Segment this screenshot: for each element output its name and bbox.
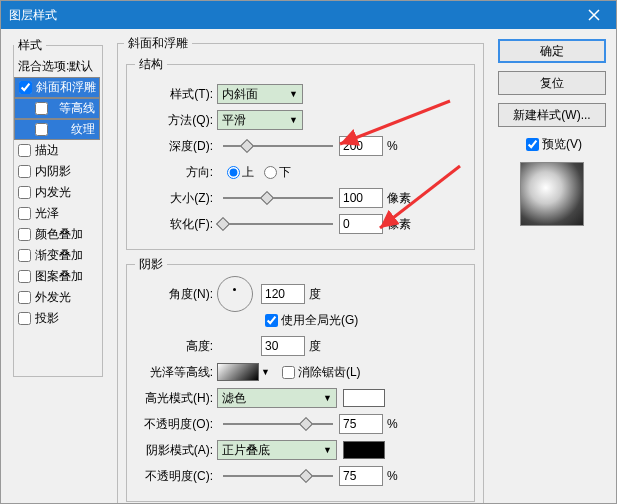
direction-up-radio[interactable]	[227, 166, 240, 179]
altitude-input[interactable]: 30	[261, 336, 305, 356]
style-check-color-overlay[interactable]	[18, 228, 31, 241]
size-slider[interactable]	[223, 191, 333, 205]
bevel-group: 斜面和浮雕 结构 样式(T): 内斜面▼ 方法(Q): 平滑▼ 深度(D): 2	[117, 35, 484, 503]
style-check-gradient-overlay[interactable]	[18, 249, 31, 262]
method-label: 方法(Q):	[135, 112, 217, 129]
close-button[interactable]	[572, 1, 616, 29]
angle-input[interactable]: 120	[261, 284, 305, 304]
style-label: 样式(T):	[135, 86, 217, 103]
shadow-opacity-input[interactable]: 75	[339, 466, 383, 486]
global-light-check[interactable]	[265, 314, 278, 327]
angle-label: 角度(N):	[135, 286, 217, 303]
style-item-texture[interactable]: 纹理	[14, 119, 100, 140]
style-item-outer-glow[interactable]: 外发光	[14, 287, 102, 308]
style-item-drop-shadow[interactable]: 投影	[14, 308, 102, 329]
titlebar: 图层样式	[1, 1, 616, 29]
size-label: 大小(Z):	[135, 190, 217, 207]
chevron-down-icon: ▼	[323, 445, 332, 455]
style-check-inner-glow[interactable]	[18, 186, 31, 199]
angle-dial[interactable]	[217, 276, 253, 312]
preview-label: 预览(V)	[542, 136, 582, 153]
gloss-contour-picker[interactable]	[217, 363, 259, 381]
style-item-satin[interactable]: 光泽	[14, 203, 102, 224]
style-item-contour[interactable]: 等高线	[14, 98, 100, 119]
style-select[interactable]: 内斜面▼	[217, 84, 303, 104]
depth-slider[interactable]	[223, 139, 333, 153]
antialias-label: 消除锯齿(L)	[298, 364, 361, 381]
style-check-texture[interactable]	[35, 123, 48, 136]
style-check-stroke[interactable]	[18, 144, 31, 157]
antialias-check[interactable]	[282, 366, 295, 379]
structure-legend: 结构	[135, 56, 167, 73]
method-select[interactable]: 平滑▼	[217, 110, 303, 130]
blend-options[interactable]: 混合选项:默认	[14, 56, 102, 77]
structure-group: 结构 样式(T): 内斜面▼ 方法(Q): 平滑▼ 深度(D): 200 %	[126, 56, 475, 250]
preview-thumbnail	[520, 162, 584, 226]
chevron-down-icon: ▼	[289, 89, 298, 99]
chevron-down-icon: ▼	[323, 393, 332, 403]
soften-input[interactable]: 0	[339, 214, 383, 234]
dialog-title: 图层样式	[9, 7, 57, 24]
style-check-drop-shadow[interactable]	[18, 312, 31, 325]
altitude-label: 高度:	[135, 338, 217, 355]
preview-check[interactable]	[526, 138, 539, 151]
altitude-unit: 度	[309, 338, 321, 355]
style-item-inner-shadow[interactable]: 内阴影	[14, 161, 102, 182]
size-input[interactable]: 100	[339, 188, 383, 208]
angle-unit: 度	[309, 286, 321, 303]
highlight-opacity-slider[interactable]	[223, 417, 333, 431]
size-unit: 像素	[387, 190, 411, 207]
style-item-stroke[interactable]: 描边	[14, 140, 102, 161]
style-check-contour[interactable]	[35, 102, 48, 115]
new-style-button[interactable]: 新建样式(W)...	[498, 103, 606, 127]
shadow-opacity-label: 不透明度(C):	[135, 468, 217, 485]
style-check-pattern-overlay[interactable]	[18, 270, 31, 283]
chevron-down-icon[interactable]: ▼	[261, 367, 270, 377]
shadow-mode-select[interactable]: 正片叠底▼	[217, 440, 337, 460]
highlight-opacity-label: 不透明度(O):	[135, 416, 217, 433]
ok-button[interactable]: 确定	[498, 39, 606, 63]
chevron-down-icon: ▼	[289, 115, 298, 125]
style-item-color-overlay[interactable]: 颜色叠加	[14, 224, 102, 245]
shading-group: 阴影 角度(N): 120 度 使用全局光(G) 高度:	[126, 256, 475, 502]
shading-legend: 阴影	[135, 256, 167, 273]
global-light-label: 使用全局光(G)	[281, 312, 358, 329]
styles-panel: 样式 混合选项:默认 斜面和浮雕 等高线 纹理 描边 内阴影 内发光 光泽 颜色…	[13, 37, 103, 377]
highlight-color-swatch[interactable]	[343, 389, 385, 407]
shadow-mode-label: 阴影模式(A):	[135, 442, 217, 459]
style-check-bevel[interactable]	[19, 81, 32, 94]
soften-unit: 像素	[387, 216, 411, 233]
gloss-contour-label: 光泽等高线:	[135, 364, 217, 381]
depth-unit: %	[387, 139, 398, 153]
soften-slider[interactable]	[223, 217, 333, 231]
highlight-opacity-input[interactable]: 75	[339, 414, 383, 434]
style-check-outer-glow[interactable]	[18, 291, 31, 304]
bevel-legend: 斜面和浮雕	[124, 35, 192, 52]
style-check-satin[interactable]	[18, 207, 31, 220]
style-check-inner-shadow[interactable]	[18, 165, 31, 178]
direction-down-radio[interactable]	[264, 166, 277, 179]
shadow-opacity-slider[interactable]	[223, 469, 333, 483]
shadow-color-swatch[interactable]	[343, 441, 385, 459]
depth-input[interactable]: 200	[339, 136, 383, 156]
highlight-mode-select[interactable]: 滤色▼	[217, 388, 337, 408]
soften-label: 软化(F):	[135, 216, 217, 233]
style-item-inner-glow[interactable]: 内发光	[14, 182, 102, 203]
highlight-mode-label: 高光模式(H):	[135, 390, 217, 407]
style-item-pattern-overlay[interactable]: 图案叠加	[14, 266, 102, 287]
style-item-bevel[interactable]: 斜面和浮雕	[14, 77, 100, 98]
depth-label: 深度(D):	[135, 138, 217, 155]
cancel-button[interactable]: 复位	[498, 71, 606, 95]
styles-legend: 样式	[14, 37, 46, 54]
style-item-gradient-overlay[interactable]: 渐变叠加	[14, 245, 102, 266]
direction-label: 方向:	[135, 164, 217, 181]
